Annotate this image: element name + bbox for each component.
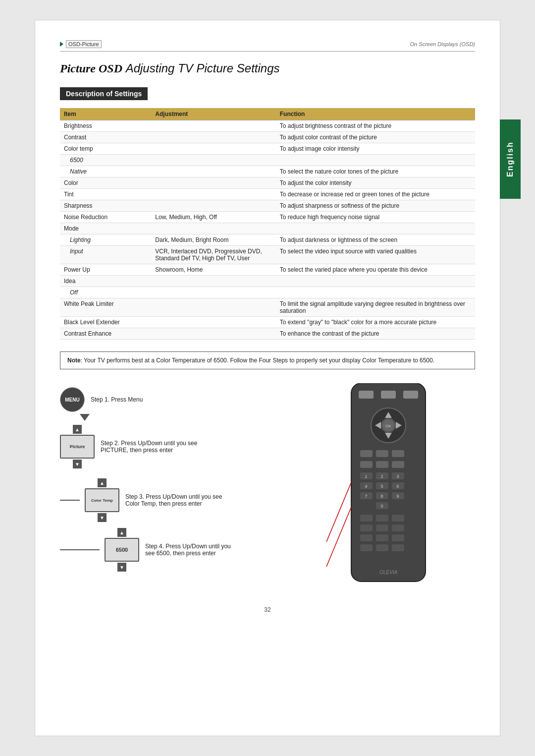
- table-cell-adjustment: [151, 287, 275, 298]
- svg-text:4: 4: [365, 484, 367, 489]
- table-cell-item: Input: [60, 246, 151, 264]
- svg-rect-39: [376, 515, 388, 522]
- page-wrapper: English OSD-Picture On Screen Displays (…: [0, 0, 535, 756]
- svg-line-52: [326, 507, 351, 567]
- breadcrumb-arrow-icon: [60, 42, 63, 47]
- steps-left: MENU Step 1. Press Menu ▲ Picture ▼: [60, 383, 302, 572]
- step-3-horiz-line: [60, 500, 80, 501]
- table-cell-function: To adjust color contrast of the picture: [276, 132, 475, 143]
- table-row: NativeTo select the nature color tones o…: [60, 166, 475, 177]
- svg-text:5: 5: [380, 484, 383, 489]
- table-row: BrightnessTo adjust brightness contrast …: [60, 120, 475, 132]
- up-btn-3-icon: ▲: [117, 528, 126, 537]
- down-btn-2-icon: ▼: [98, 513, 107, 522]
- up-btn-2-icon: ▲: [98, 478, 107, 487]
- table-row: InputVCR, Interlaced DVD, Progressive DV…: [60, 246, 475, 264]
- down-btn-3-icon: ▼: [117, 563, 126, 572]
- table-cell-adjustment: [151, 177, 275, 189]
- table-cell-adjustment: [151, 317, 275, 328]
- breadcrumb-label: OSD-Picture: [66, 40, 102, 48]
- table-cell-adjustment: VCR, Interlaced DVD, Progressive DVD, St…: [151, 246, 275, 264]
- table-cell-function: To extend "gray" to "black" color for a …: [276, 317, 475, 328]
- page-title-bold: Picture OSD: [60, 62, 122, 75]
- table-row: Color tempTo adjust image color intensit…: [60, 143, 475, 155]
- table-cell-adjustment: [151, 328, 275, 340]
- svg-text:7: 7: [365, 494, 367, 499]
- table-cell-adjustment: [151, 120, 275, 132]
- table-cell-adjustment: [151, 298, 275, 317]
- svg-line-51: [326, 482, 351, 542]
- svg-rect-38: [360, 515, 373, 522]
- table-cell-item: Brightness: [60, 120, 151, 132]
- step-4-text: Step 4. Press Up/Down until yousee 6500,…: [145, 543, 231, 557]
- table-body: BrightnessTo adjust brightness contrast …: [60, 120, 475, 340]
- col-function: Function: [276, 108, 475, 120]
- table-cell-function: To decrease or increase red or green ton…: [276, 189, 475, 200]
- table-cell-function: [276, 276, 475, 287]
- table-row: Mode: [60, 223, 475, 234]
- table-row: 6500: [60, 155, 475, 166]
- step-3-controls: ▲ Color Temp ▼: [85, 478, 119, 522]
- table-cell-item: 6500: [60, 155, 151, 166]
- step-1-text: Step 1. Press Menu: [91, 396, 143, 403]
- table-cell-item: Idea: [60, 276, 151, 287]
- svg-text:1: 1: [365, 474, 367, 479]
- svg-rect-14: [392, 450, 404, 457]
- table-cell-item: Power Up: [60, 264, 151, 276]
- step-2-text: Step 2. Press Up/Down until you seePICTU…: [101, 440, 197, 454]
- settings-table: Item Adjustment Function BrightnessTo ad…: [60, 108, 475, 340]
- table-row: Off: [60, 287, 475, 298]
- table-cell-adjustment: [151, 155, 275, 166]
- table-cell-adjustment: [151, 166, 275, 177]
- svg-text:8: 8: [380, 494, 383, 499]
- svg-rect-43: [392, 524, 404, 531]
- table-cell-item: Contrast: [60, 132, 151, 143]
- table-cell-function: [276, 155, 475, 166]
- breadcrumb-left: OSD-Picture: [60, 40, 102, 48]
- sidebar-english-tab: English: [500, 119, 521, 199]
- table-cell-adjustment: [151, 200, 275, 212]
- note-text: : Your TV performs best at a Color Tempe…: [81, 357, 434, 364]
- page-title-subtitle: Adjusting TV Picture Settings: [126, 61, 280, 75]
- breadcrumb: OSD-Picture On Screen Displays (OSD): [60, 40, 475, 52]
- table-row: ContrastTo adjust color contrast of the …: [60, 132, 475, 143]
- table-row: White Peak LimiterTo limit the signal am…: [60, 298, 475, 317]
- svg-rect-48: [376, 544, 388, 551]
- step-2-controls: ▲ Picture ▼: [60, 425, 95, 468]
- page-content: English OSD-Picture On Screen Displays (…: [35, 20, 500, 736]
- breadcrumb-right: On Screen Displays (OSD): [410, 41, 475, 47]
- svg-rect-12: [360, 450, 373, 457]
- table-cell-item: Native: [60, 166, 151, 177]
- section-heading: Description of Settings: [60, 87, 148, 100]
- svg-rect-40: [392, 515, 404, 522]
- table-row: Idea: [60, 276, 475, 287]
- svg-rect-17: [392, 461, 404, 468]
- table-cell-adjustment: [151, 189, 275, 200]
- table-cell-function: [276, 287, 475, 298]
- table-cell-item: Noise Reduction: [60, 212, 151, 223]
- table-cell-function: To select the nature color tones of the …: [276, 166, 475, 177]
- col-adjustment: Adjustment: [151, 108, 275, 120]
- table-cell-adjustment: Dark, Medium, Bright Room: [151, 234, 275, 246]
- svg-text:OK: OK: [385, 424, 391, 428]
- table-cell-function: To reduce high frequency noise signal: [276, 212, 475, 223]
- table-row: Black Level ExtenderTo extend "gray" to …: [60, 317, 475, 328]
- step-4-indent-arrow: ▲ 6500 ▼ Step 4. Press Up/Down until you…: [60, 528, 231, 572]
- svg-rect-49: [392, 544, 404, 551]
- page-title: Picture OSD Adjusting TV Picture Setting…: [60, 61, 475, 75]
- svg-rect-46: [392, 534, 404, 541]
- table-cell-item: White Peak Limiter: [60, 298, 151, 317]
- svg-rect-41: [360, 524, 373, 531]
- table-header: Item Adjustment Function: [60, 108, 475, 120]
- table-row: SharpnessTo adjust sharpness or softness…: [60, 200, 475, 212]
- table-cell-item: Contrast Enhance: [60, 328, 151, 340]
- svg-rect-47: [360, 544, 373, 551]
- table-cell-item: Color temp: [60, 143, 151, 155]
- table-cell-adjustment: Low, Medium, High, Off: [151, 212, 275, 223]
- step-2-screen: Picture: [60, 435, 95, 459]
- svg-rect-45: [376, 534, 388, 541]
- note-label: Note: [67, 357, 81, 364]
- step-4-controls: ▲ 6500 ▼: [105, 528, 139, 572]
- table-cell-function: [276, 223, 475, 234]
- table-cell-item: Tint: [60, 189, 151, 200]
